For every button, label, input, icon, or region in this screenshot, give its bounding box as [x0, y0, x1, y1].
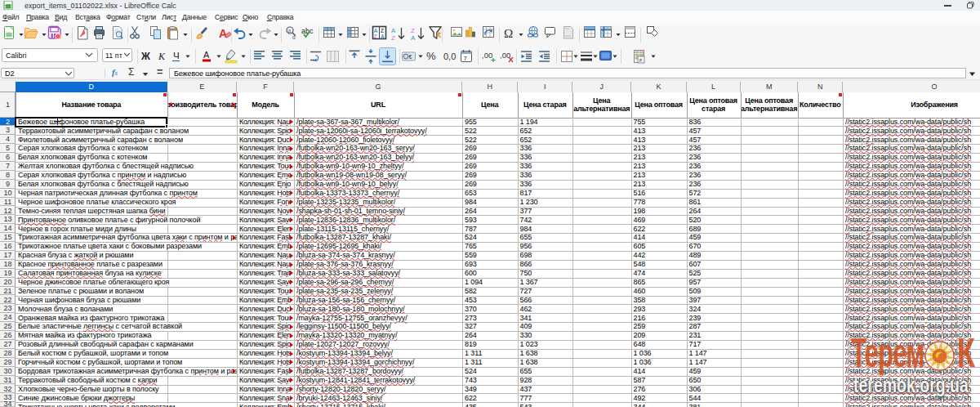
- svg-text:11 пт: 11 пт: [105, 51, 122, 60]
- svg-text:Ж: Ж: [140, 51, 150, 62]
- svg-text:К: К: [158, 51, 166, 62]
- svg-text:Z: Z: [391, 34, 395, 42]
- svg-text:A: A: [381, 34, 385, 39]
- svg-text:Z: Z: [381, 28, 384, 34]
- svg-text:,00: ,00: [482, 51, 492, 60]
- svg-text:%: %: [426, 50, 436, 62]
- svg-text:≠: ≠: [639, 57, 643, 63]
- svg-text:A: A: [374, 28, 378, 34]
- svg-text:Z: Z: [374, 34, 377, 39]
- svg-text:d: d: [292, 34, 296, 40]
- svg-text:€: €: [409, 54, 412, 60]
- svg-text:Ч: Ч: [173, 51, 180, 60]
- svg-text:Ω: Ω: [504, 27, 513, 40]
- svg-text:A: A: [411, 34, 416, 42]
- svg-text:7: 7: [464, 55, 468, 62]
- svg-text:,0: ,0: [500, 51, 506, 60]
- svg-text:0,0: 0,0: [443, 51, 456, 61]
- svg-text:A: A: [219, 27, 227, 40]
- svg-text:Calibri: Calibri: [6, 51, 27, 60]
- svg-text:a: a: [288, 28, 292, 34]
- svg-text:A: A: [203, 50, 210, 60]
